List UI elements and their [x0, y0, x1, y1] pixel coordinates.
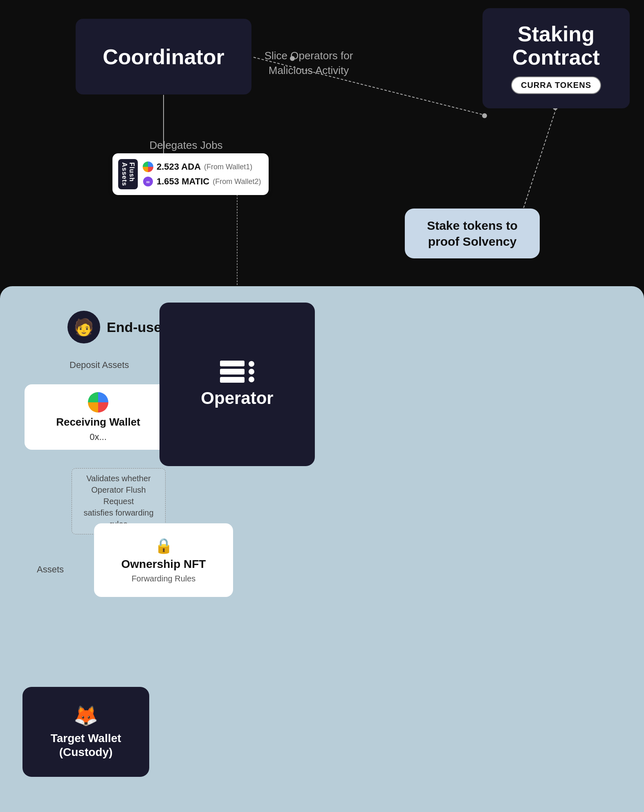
assets-list: 2.523 ADA (From Wallet1) ∞ 1.653 MATIC (… — [143, 162, 261, 187]
server-bar — [220, 361, 245, 366]
lock-icon: 🔒 — [155, 537, 173, 554]
server-dot — [249, 361, 254, 367]
svg-point-1 — [482, 113, 487, 118]
server-row-1 — [220, 361, 254, 383]
flush-tab: Flush Assets — [118, 159, 138, 189]
flush-assets-card: Flush Assets 2.523 ADA (From Wallet1) ∞ … — [112, 153, 269, 195]
ownership-nft-box: 🔒 Ownership NFT Forwarding Rules — [94, 523, 233, 597]
receiving-wallet-box: Receiving Wallet 0x... — [25, 384, 172, 450]
end-user-label: End-user — [107, 319, 167, 335]
target-wallet-title: Target Wallet (Custody) — [51, 731, 121, 759]
receiving-wallet-title: Receiving Wallet — [56, 416, 140, 428]
server-bar — [220, 377, 245, 383]
server-dot — [249, 369, 254, 375]
ada-source: (From Wallet1) — [204, 163, 252, 171]
ada-icon — [143, 162, 153, 172]
diagram-container: Coordinator Staking Contract CURRA TOKEN… — [0, 0, 644, 812]
operator-label: Operator — [201, 388, 273, 408]
slice-operators-label: Slice Operators for Malicious Activity — [264, 48, 354, 78]
ada-asset: 2.523 ADA (From Wallet1) — [143, 162, 261, 172]
matic-amount: 1.653 MATIC — [157, 176, 209, 187]
staking-title: Staking Contract — [512, 22, 600, 69]
nft-title: Ownership NFT — [121, 558, 206, 571]
curra-badge: CURRA TOKENS — [511, 76, 601, 94]
server-bar — [220, 369, 245, 375]
deposit-assets-label: Deposit Assets — [70, 360, 129, 370]
end-user-avatar: 🧑 — [67, 311, 100, 343]
delegates-jobs-label: Delegates Jobs — [145, 139, 227, 152]
assets-label: Assets — [37, 564, 64, 575]
svg-line-9 — [523, 108, 556, 209]
matic-icon: ∞ — [143, 176, 153, 187]
server-icon — [220, 361, 254, 383]
fox-icon: 🦊 — [74, 704, 98, 727]
coordinator-box: Coordinator — [76, 19, 251, 94]
matic-asset: ∞ 1.653 MATIC (From Wallet2) — [143, 176, 261, 187]
nft-subtitle: Forwarding Rules — [132, 574, 196, 583]
server-dots — [249, 361, 254, 382]
server-dot — [249, 377, 254, 382]
end-user-row: 🧑 End-user — [67, 311, 167, 343]
staking-contract-box: Staking Contract CURRA TOKENS — [482, 8, 630, 108]
operator-box: Operator — [159, 303, 315, 466]
svg-text:∞: ∞ — [146, 179, 150, 185]
ada-amount: 2.523 ADA — [157, 162, 201, 172]
stake-callout: Stake tokens to proof Solvency — [405, 209, 540, 258]
coordinator-label: Coordinator — [103, 45, 224, 69]
receiving-wallet-address: 0x... — [90, 432, 107, 442]
target-wallet-box: 🦊 Target Wallet (Custody) — [22, 687, 149, 777]
receiving-wallet-icon — [88, 392, 108, 413]
matic-source: (From Wallet2) — [213, 177, 261, 186]
